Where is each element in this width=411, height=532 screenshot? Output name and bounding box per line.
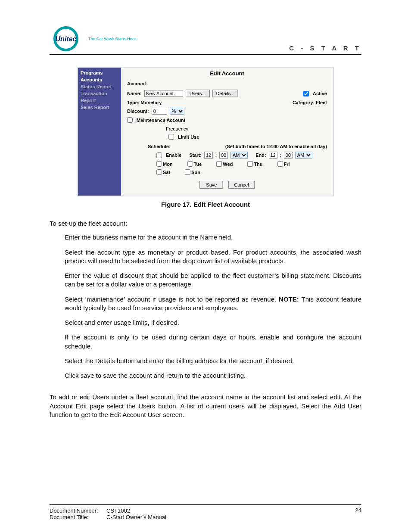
sat-checkbox[interactable]	[156, 169, 162, 175]
nav-transaction-1[interactable]: Transaction	[81, 90, 118, 97]
sat-label: Sat	[163, 170, 170, 175]
fri-checkbox[interactable]	[277, 161, 283, 167]
end-ampm-select[interactable]: AM	[295, 152, 312, 159]
logo-block: Unitec The Car Wash Starts Here.	[50, 26, 137, 52]
nav-transaction-2[interactable]: Report	[81, 97, 118, 104]
nav-accounts[interactable]: Accounts	[81, 76, 118, 83]
unitec-logo-icon: Unitec	[50, 26, 84, 52]
svg-text:Unitec: Unitec	[56, 35, 77, 43]
schedule-block: Schedule: (Set both times to 12:00 AM to…	[148, 144, 327, 175]
step-5: Select and enter usage limits, if desire…	[65, 318, 361, 327]
colon2: :	[280, 152, 281, 158]
limit-row: Limit Use	[168, 134, 327, 140]
end-hh-input[interactable]	[269, 152, 277, 159]
page-header: Unitec The Car Wash Starts Here. C - S T…	[0, 0, 411, 52]
footer-rule	[50, 504, 361, 505]
tue-checkbox[interactable]	[187, 161, 193, 167]
docnum-val: CST1002	[106, 507, 130, 514]
frequency-block: Frequency: Limit Use	[166, 126, 327, 140]
name-row: Name: Users... Details... Active	[127, 90, 327, 97]
page-footer: Document Number: CST1002 Document Title:…	[0, 504, 411, 520]
section-account-label: Account:	[127, 81, 327, 86]
active-checkbox[interactable]	[303, 91, 309, 96]
start-hh-input[interactable]	[204, 152, 213, 159]
type-label: Type: Monetary	[127, 100, 162, 105]
para-final: To add or edit Users under a fleet accou…	[50, 393, 361, 419]
maintenance-label: Maintenance Account	[137, 118, 185, 123]
panel-title: Edit Account	[127, 70, 327, 77]
header-rule	[50, 54, 361, 55]
schedule-hint: (Set both times to 12:00 AM to enable al…	[225, 144, 327, 149]
logo-tagline: The Car Wash Starts Here.	[88, 37, 137, 41]
maintenance-checkbox[interactable]	[127, 117, 133, 123]
step-2: Select the account type as monetary or p…	[65, 248, 361, 266]
discount-input[interactable]	[152, 108, 167, 115]
para-lead: To set-up the fleet account:	[50, 219, 361, 228]
doctitle-val: C-Start Owner’s Manual	[106, 514, 166, 520]
thu-label: Thu	[254, 162, 262, 167]
sun-checkbox[interactable]	[185, 169, 190, 175]
sun-label: Sun	[191, 170, 200, 175]
step-4a: Select ‘maintenance’ account if usage is…	[65, 296, 279, 303]
type-row: Type: Monetary Category: Fleet	[127, 100, 327, 105]
doctitle-key: Document Title:	[50, 514, 106, 520]
start-ampm-select[interactable]: AM	[230, 152, 248, 159]
step-6: If the account is only to be used during…	[65, 333, 361, 351]
end-label: End:	[255, 152, 266, 158]
fri-label: Fri	[284, 162, 290, 167]
end-mm-input[interactable]	[284, 152, 293, 159]
body-text: To set-up the fleet account: Enter the b…	[50, 219, 361, 419]
save-button[interactable]: Save	[199, 181, 223, 189]
enable-label: Enable	[166, 152, 181, 158]
name-input[interactable]	[144, 90, 183, 97]
start-label: Start:	[189, 152, 202, 158]
mon-checkbox[interactable]	[156, 161, 162, 167]
enable-row: Enable Start: : AM End: : AM	[156, 152, 327, 159]
limit-checkbox[interactable]	[168, 134, 174, 140]
nav-programs[interactable]: Programs	[81, 69, 118, 76]
nav-sales-report[interactable]: Sales Report	[81, 104, 118, 111]
discount-row: Discount: %	[127, 108, 327, 115]
nav-status-report[interactable]: Status Report	[81, 83, 118, 90]
frequency-label: Frequency:	[166, 126, 327, 131]
tue-label: Tue	[194, 162, 202, 167]
step-7: Select the Details button and enter the …	[65, 357, 361, 365]
step-3: Enter the value of discount that should …	[65, 271, 361, 289]
details-button[interactable]: Details...	[212, 90, 239, 97]
name-label: Name:	[127, 91, 142, 96]
enable-checkbox[interactable]	[156, 152, 162, 158]
main-panel: Edit Account Account: Name: Users... Det…	[121, 68, 333, 196]
side-nav: Programs Accounts Status Report Transact…	[78, 68, 121, 196]
cancel-button[interactable]: Cancel	[228, 181, 254, 189]
unitec-logo: Unitec	[50, 26, 84, 52]
schedule-header-row: Schedule: (Set both times to 12:00 AM to…	[148, 144, 327, 149]
doc-brand: C - S T A R T	[289, 44, 361, 52]
wed-label: Wed	[223, 162, 233, 167]
app-screenshot: Programs Accounts Status Report Transact…	[77, 67, 334, 196]
users-button[interactable]: Users...	[186, 90, 210, 97]
limit-label: Limit Use	[178, 134, 199, 140]
footer-inner: Document Number: CST1002 Document Title:…	[50, 507, 361, 520]
wed-checkbox[interactable]	[216, 161, 222, 167]
note-label: NOTE:	[279, 296, 299, 303]
active-label: Active	[313, 91, 327, 96]
page-number: 24	[355, 507, 361, 513]
days-row: Mon Tue Wed Thu Fri Sat Sun	[156, 161, 327, 175]
figure-caption: Figure 17. Edit Fleet Account	[0, 201, 411, 208]
discount-unit-select[interactable]: %	[170, 108, 184, 115]
mon-label: Mon	[163, 162, 173, 167]
step-8: Click save to save the account and retur…	[65, 371, 361, 380]
maint-row: Maintenance Account	[127, 117, 327, 123]
colon1: :	[215, 152, 217, 158]
thu-checkbox[interactable]	[247, 161, 253, 167]
discount-label: Discount:	[127, 109, 149, 114]
step-1: Enter the business name for the account …	[65, 233, 361, 242]
category-label: Category: Fleet	[293, 100, 327, 105]
start-mm-input[interactable]	[219, 152, 228, 159]
step-4: Select ‘maintenance’ account if usage is…	[65, 295, 361, 313]
action-row: Save Cancel	[127, 181, 327, 189]
docnum-key: Document Number:	[50, 507, 106, 514]
schedule-label: Schedule:	[148, 144, 171, 149]
